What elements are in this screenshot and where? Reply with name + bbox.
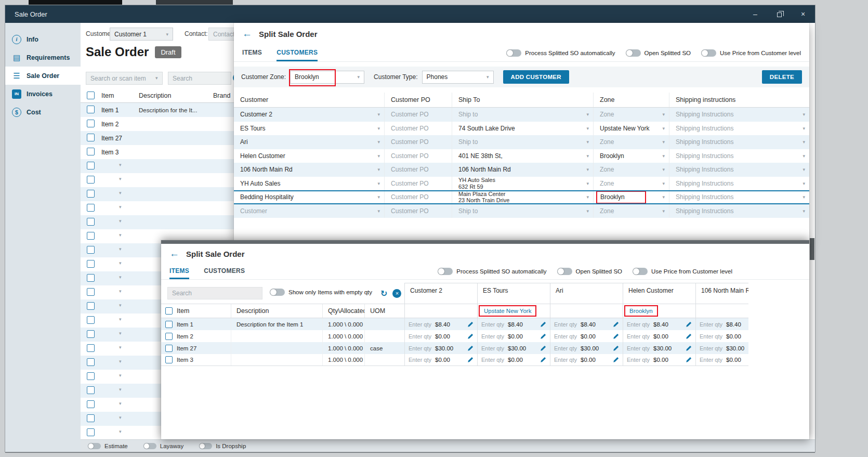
qty-entry-cell[interactable]: Enter qty$0.00 [404, 330, 477, 342]
row-checkbox[interactable] [87, 428, 95, 436]
dropdown-arrow-icon[interactable]: ▾ [119, 387, 122, 392]
dropdown-arrow-icon[interactable]: ▾ [119, 303, 122, 308]
row-checkbox[interactable] [165, 345, 173, 352]
customer-po-cell[interactable]: Customer PO [385, 177, 452, 191]
row-checkbox[interactable] [165, 321, 173, 328]
sidebar-item-cost[interactable]: $ Cost [5, 103, 81, 121]
shipping-instructions-cell[interactable]: Shipping Instructions▾ [669, 204, 809, 218]
dropdown-arrow-icon[interactable]: ▾ [119, 260, 122, 266]
edit-pencil-icon[interactable] [467, 357, 474, 363]
shipping-instructions-cell[interactable]: Shipping Instructions▾ [669, 149, 809, 163]
toggle-switch[interactable] [438, 268, 453, 275]
tab-items[interactable]: ITEMS [169, 264, 189, 279]
row-checkbox[interactable] [87, 400, 95, 408]
dropdown-arrow-icon[interactable]: ▾ [119, 204, 122, 210]
row-checkbox[interactable] [87, 176, 95, 184]
customer-zone-select[interactable]: Brooklyn ▾ [290, 71, 364, 84]
ship-to-cell[interactable]: Ship to▾ [452, 204, 594, 218]
customer-po-cell[interactable]: Customer PO [385, 163, 452, 177]
zone-cell[interactable]: Zone▾ [594, 204, 669, 218]
qty-entry-cell[interactable]: Enter qty$30.00 [695, 342, 748, 354]
customer-cell[interactable]: Ari▾ [234, 135, 385, 149]
ship-to-cell[interactable]: YH Auto Sales 632 Rt 59▾ [452, 177, 594, 191]
edit-pencil-icon[interactable] [540, 321, 546, 328]
dropdown-arrow-icon[interactable]: ▾ [119, 317, 122, 322]
row-checkbox[interactable] [87, 106, 95, 113]
minimize-button[interactable]: – [743, 5, 767, 23]
qty-entry-cell[interactable]: Enter qty$30.00 [404, 342, 477, 354]
row-checkbox[interactable] [87, 344, 95, 352]
zone-cell[interactable]: Zone▾ [594, 177, 669, 191]
edit-pencil-icon[interactable] [613, 357, 619, 363]
qty-entry-cell[interactable]: Enter qty$8.40 [477, 318, 550, 330]
ship-to-cell[interactable]: Main Plaza Center 23 North Train Drive▾ [452, 191, 594, 203]
qty-entry-cell[interactable]: Enter qty$0.00 [550, 354, 623, 365]
item-row[interactable]: Item 1Description for the Item 11.000 \ … [161, 318, 748, 330]
qty-entry-cell[interactable]: Enter qty$0.00 [477, 354, 550, 365]
toggle-switch[interactable] [88, 443, 101, 449]
item-search-input[interactable] [86, 72, 163, 85]
qty-entry-cell[interactable]: Enter qty$8.40 [695, 318, 748, 330]
edit-pencil-icon[interactable] [686, 321, 692, 328]
back-button[interactable]: ← [242, 28, 252, 40]
row-checkbox[interactable] [87, 190, 95, 198]
dropdown-arrow-icon[interactable]: ▾ [119, 289, 122, 294]
qty-entry-cell[interactable]: Enter qty$0.00 [404, 354, 477, 365]
customer-row[interactable]: Ari▾Customer POShip to▾Zone▾Shipping Ins… [234, 135, 809, 149]
dropdown-arrow-icon[interactable]: ▾ [119, 345, 122, 350]
toggle-switch[interactable] [557, 268, 572, 275]
dropdown-arrow-icon[interactable]: ▾ [119, 401, 122, 406]
customer-cell[interactable]: Customer 2▾ [234, 108, 385, 122]
qty-entry-cell[interactable]: Enter qty$8.40 [550, 318, 623, 330]
row-checkbox[interactable] [165, 356, 173, 363]
edit-pencil-icon[interactable] [613, 321, 619, 328]
restore-button[interactable] [767, 5, 791, 23]
edit-pencil-icon[interactable] [686, 357, 692, 363]
edit-pencil-icon[interactable] [467, 321, 474, 328]
customer-row[interactable]: ES Tours▾Customer PO74 South Lake Drive▾… [234, 122, 809, 136]
select-all-checkbox[interactable] [165, 307, 173, 315]
ship-to-cell[interactable]: 401 NE 38th St,▾ [452, 149, 594, 163]
qty-entry-cell[interactable]: Enter qty$30.00 [623, 342, 695, 354]
shipping-instructions-cell[interactable]: Shipping Instructions▾ [669, 177, 809, 191]
edit-pencil-icon[interactable] [613, 333, 619, 340]
edit-pencil-icon[interactable] [686, 333, 692, 340]
customer-cell[interactable]: ES Tours▾ [234, 122, 385, 136]
tab-items[interactable]: ITEMS [242, 45, 262, 61]
row-checkbox[interactable] [87, 218, 95, 226]
row-checkbox[interactable] [87, 148, 95, 155]
row-checkbox[interactable] [87, 330, 95, 338]
row-checkbox[interactable] [87, 414, 95, 422]
dropdown-arrow-icon[interactable]: ▾ [119, 373, 122, 378]
qty-entry-cell[interactable]: Enter qty$0.00 [550, 330, 623, 342]
dropdown-arrow-icon[interactable]: ▾ [119, 176, 122, 181]
select-all-checkbox[interactable] [87, 92, 95, 99]
toggle-switch[interactable] [199, 443, 212, 449]
row-checkbox[interactable] [87, 358, 95, 366]
zone-cell[interactable]: Zone▾ [594, 108, 669, 122]
customer-po-cell[interactable]: Customer PO [385, 135, 452, 149]
sidebar-item-sale-order[interactable]: ☰ Sale Order [5, 67, 81, 85]
row-checkbox[interactable] [87, 302, 95, 310]
zone-cell[interactable]: Zone▾ [594, 163, 669, 177]
tab-customers[interactable]: CUSTOMERS [204, 264, 245, 279]
zone-cell[interactable]: Brooklyn▾ [594, 191, 669, 203]
qty-entry-cell[interactable]: Enter qty$0.00 [695, 354, 748, 365]
row-checkbox[interactable] [87, 232, 95, 240]
edit-pencil-icon[interactable] [467, 345, 474, 351]
customer-row[interactable]: Customer▾Customer POShip to▾Zone▾Shippin… [234, 204, 809, 218]
dropdown-arrow-icon[interactable]: ▾ [119, 218, 122, 224]
qty-entry-cell[interactable]: Enter qty$0.00 [695, 330, 748, 342]
customer-cell[interactable]: Customer▾ [234, 204, 385, 218]
toggle-switch[interactable] [270, 289, 285, 296]
shipping-instructions-cell[interactable]: Shipping Instructions▾ [669, 108, 809, 122]
edit-pencil-icon[interactable] [467, 333, 474, 340]
qty-entry-cell[interactable]: Enter qty$30.00 [477, 342, 550, 354]
dropdown-arrow-icon[interactable]: ▾ [119, 190, 122, 195]
zone-cell[interactable]: Zone▾ [594, 135, 669, 149]
tab-customers[interactable]: CUSTOMERS [277, 45, 318, 61]
customer-row[interactable]: YH Auto Sales▾Customer POYH Auto Sales 6… [234, 177, 809, 191]
row-checkbox[interactable] [87, 274, 95, 282]
ship-to-cell[interactable]: Ship to▾ [452, 135, 594, 149]
edit-pencil-icon[interactable] [540, 357, 546, 363]
